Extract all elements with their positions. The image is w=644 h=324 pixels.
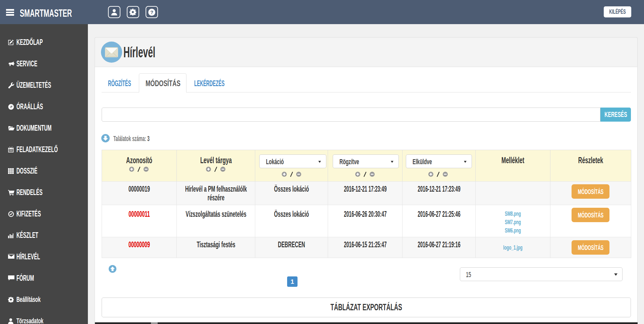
svg-text:?: ? xyxy=(150,9,153,15)
